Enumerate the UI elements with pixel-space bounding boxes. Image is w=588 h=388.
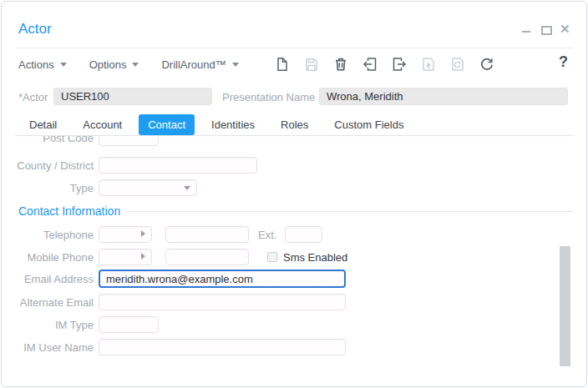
type-label: Type (2, 182, 94, 194)
im-user-name-label: IM User Name (2, 341, 94, 354)
mobile-phone-input[interactable] (165, 249, 249, 265)
telephone-input[interactable] (165, 226, 249, 243)
chevron-down-icon (184, 186, 190, 190)
tab-custom-fields[interactable]: Custom Fields (325, 114, 413, 135)
ext-label: Ext. (258, 229, 276, 241)
county-district-input[interactable] (99, 157, 257, 174)
help-icon[interactable]: ? (559, 53, 568, 71)
type-dropdown[interactable] (99, 179, 197, 196)
email-address-row: Email Address (2, 269, 346, 289)
sms-enabled-checkbox[interactable] (267, 252, 277, 262)
actor-field[interactable] (53, 88, 212, 105)
tab-roles[interactable]: Roles (271, 114, 317, 135)
minimize-icon[interactable] (521, 24, 531, 34)
title-separator (15, 48, 573, 48)
ext-input[interactable] (285, 226, 322, 243)
refresh-icon[interactable] (478, 55, 496, 73)
im-type-input[interactable] (99, 316, 159, 333)
contact-tab-panel: Post Code County / District Type Contact… (2, 136, 586, 373)
vertical-scrollbar[interactable] (560, 246, 570, 366)
alternate-email-input[interactable] (99, 294, 346, 310)
document-arrow-left-icon[interactable] (361, 55, 379, 73)
telephone-label: Telephone (2, 229, 94, 241)
telephone-country-dropdown[interactable] (99, 226, 152, 243)
presentation-name-label: Presentation Name (222, 91, 315, 103)
chevron-down-icon (232, 63, 239, 67)
type-dropdown-input[interactable] (99, 179, 197, 196)
contact-information-section: Contact Information (18, 204, 573, 218)
header-fields: *Actor Presentation Name (2, 88, 586, 106)
drillaround-menu-label: DrillAround™ (161, 58, 226, 71)
toolbar-icons (273, 55, 496, 73)
maximize-icon[interactable] (540, 24, 550, 34)
mobile-country-dropdown[interactable] (99, 249, 152, 265)
telephone-row: Telephone Ext. (2, 225, 322, 244)
window-title: Actor (18, 21, 52, 38)
window-controls: ✕ (521, 23, 570, 35)
im-type-row: IM Type (2, 315, 159, 334)
mobile-phone-row: Mobile Phone Sms Enabled (2, 248, 347, 266)
mobile-phone-label: Mobile Phone (2, 251, 94, 264)
actions-menu-label: Actions (18, 58, 54, 71)
document-refresh-icon[interactable] (449, 55, 467, 73)
section-title: Contact Information (18, 204, 120, 218)
toolbar: Actions Options DrillAround™ (18, 52, 570, 77)
title-bar: Actor ✕ (2, 2, 586, 48)
email-address-label: Email Address (2, 273, 94, 285)
tab-identities[interactable]: Identities (202, 114, 264, 135)
options-menu[interactable]: Options (89, 58, 139, 71)
post-code-row: Post Code (2, 136, 159, 147)
chevron-right-icon (141, 230, 145, 237)
county-district-row: County / District (2, 156, 257, 174)
tab-contact[interactable]: Contact (139, 114, 195, 135)
actor-window: Actor ✕ Actions Options DrillAround™ (1, 1, 587, 387)
im-user-name-row: IM User Name (2, 338, 346, 356)
sms-enabled-label: Sms Enabled (283, 251, 347, 264)
document-pointer-icon[interactable] (419, 55, 438, 73)
presentation-name-field[interactable] (319, 88, 568, 105)
drillaround-menu[interactable]: DrillAround™ (161, 58, 238, 71)
options-menu-label: Options (89, 58, 127, 71)
tab-account[interactable]: Account (74, 114, 131, 135)
actions-menu[interactable]: Actions (18, 58, 67, 71)
delete-icon[interactable] (332, 55, 350, 73)
post-code-label: Post Code (2, 136, 94, 144)
tab-bar: Detail Account Contact Identities Roles … (15, 113, 573, 136)
alternate-email-label: Alternate Email (2, 296, 94, 309)
email-address-input[interactable] (99, 270, 346, 288)
im-user-name-input[interactable] (99, 339, 346, 355)
type-row: Type (2, 179, 197, 197)
chevron-right-icon (141, 253, 145, 260)
document-arrow-right-icon[interactable] (390, 55, 408, 73)
actor-field-label: *Actor (18, 91, 48, 103)
alternate-email-row: Alternate Email (2, 293, 346, 311)
new-document-icon[interactable] (273, 55, 291, 73)
post-code-input[interactable] (99, 136, 159, 146)
save-icon[interactable] (302, 55, 321, 73)
chevron-down-icon (60, 63, 67, 67)
chevron-down-icon (132, 63, 139, 67)
section-divider (124, 211, 573, 212)
close-icon[interactable]: ✕ (560, 24, 570, 34)
county-district-label: County / District (2, 159, 94, 172)
tab-detail[interactable]: Detail (20, 114, 66, 135)
im-type-label: IM Type (2, 319, 94, 331)
